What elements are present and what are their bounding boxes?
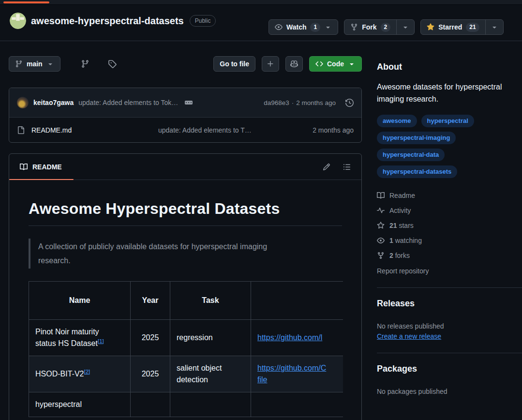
sidebar-item-readme[interactable]: Readme — [377, 192, 522, 199]
tags-link-icon[interactable] — [108, 60, 117, 68]
starred-button[interactable]: Starred 21 — [421, 20, 485, 34]
browser-tab-strip — [0, 0, 522, 5]
dataset-link-cell: https://github.com/l — [251, 320, 343, 356]
file-commit-time: 2 months ago — [313, 126, 354, 134]
book-icon — [20, 163, 28, 171]
sidebar-divider — [377, 287, 522, 288]
readme-title: Awesome Hyperspectral Datasets — [29, 200, 342, 226]
add-file-button[interactable] — [262, 56, 279, 72]
dataset-task-cell: salient object detection — [170, 356, 251, 392]
dataset-name-cell: hyperspectral — [29, 392, 131, 417]
datasets-table: Name Year Task Pinot Noir maturity statu… — [29, 281, 343, 417]
col-header-name: Name — [29, 282, 131, 320]
commit-author-link[interactable]: keitao7gawa — [33, 99, 74, 106]
table-row: HSOD-BIT-V2[2] 2025 salient object detec… — [29, 356, 343, 392]
file-commit-message-link[interactable]: update: Added elements to T… — [158, 126, 313, 134]
watching-label: watching — [395, 237, 422, 244]
chevron-down-icon — [46, 60, 54, 68]
file-name-link[interactable]: README.md — [31, 126, 72, 134]
dataset-year-cell: 2025 — [131, 320, 170, 356]
forks-label: forks — [395, 252, 410, 259]
branch-name: main — [27, 60, 43, 68]
commit-message-link[interactable]: update: Added elements to Tok… — [78, 99, 178, 106]
datasets-table-wrap: Name Year Task Pinot Noir maturity statu… — [29, 281, 343, 417]
activity-label: Activity — [389, 207, 411, 214]
table-row: Pinot Noir maturity status HS Dataset[1]… — [29, 320, 343, 356]
fork-dropdown-button[interactable] — [396, 20, 414, 34]
commit-author-avatar[interactable] — [17, 97, 29, 108]
chevron-down-icon — [402, 23, 409, 31]
star-icon — [427, 23, 434, 31]
about-heading: About — [377, 62, 522, 72]
repo-title-link[interactable]: awesome-hyperspectral-datasets — [31, 13, 184, 29]
repo-description: Awesome datasets for hyperspectral imagi… — [377, 81, 504, 105]
pulse-icon — [377, 207, 385, 214]
report-repository-link[interactable]: Report repository — [377, 267, 429, 275]
watch-button[interactable]: Watch 1 — [268, 19, 338, 35]
star-button-group: Starred 21 — [420, 19, 503, 35]
create-release-link[interactable]: Create a new release — [377, 332, 441, 340]
topic-pill[interactable]: hyperspectral-datasets — [377, 165, 457, 178]
commit-hash-link[interactable]: da968e3 — [264, 99, 289, 106]
forks-count: 2 — [389, 252, 393, 259]
visibility-badge: Public — [190, 15, 216, 27]
go-to-file-button[interactable]: Go to file — [213, 56, 255, 72]
eye-icon — [275, 23, 283, 31]
fork-icon — [350, 23, 358, 31]
reference-link[interactable]: [2] — [84, 369, 90, 375]
sidebar-item-forks[interactable]: 2 forks — [377, 252, 522, 259]
file-row: README.md update: Added elements to T… 2… — [9, 117, 361, 142]
copilot-button[interactable] — [285, 56, 303, 72]
star-dropdown-button[interactable] — [485, 20, 503, 34]
sidebar-item-watching[interactable]: 1 watching — [377, 237, 522, 244]
topic-pill[interactable]: hyperspectral-imaging — [377, 132, 456, 144]
active-tab-underline — [9, 179, 74, 180]
chevron-down-icon — [491, 23, 498, 31]
outline-button[interactable] — [343, 163, 351, 171]
fork-button-group: Fork 2 — [344, 19, 415, 35]
dataset-link-cell: https://github.com/Cfile — [251, 356, 343, 392]
releases-empty-text: No releases published — [377, 321, 522, 331]
code-button[interactable]: Code — [309, 56, 362, 72]
toolbar-right: Go to file Code — [213, 56, 362, 72]
watch-count: 1 — [310, 23, 320, 32]
edit-readme-button[interactable] — [323, 163, 330, 171]
code-icon — [315, 60, 323, 68]
history-icon — [345, 99, 354, 107]
fork-button[interactable]: Fork 2 — [344, 20, 396, 34]
reference-link[interactable]: [1] — [98, 338, 104, 344]
readme-tab-label: README — [32, 163, 62, 171]
plus-icon — [267, 60, 274, 68]
sidebar-item-activity[interactable]: Activity — [377, 207, 522, 214]
file-toolbar: main Go to file — [9, 56, 362, 72]
dataset-url-link[interactable]: https://github.com/l — [257, 332, 343, 344]
stars-count: 21 — [389, 222, 397, 229]
dataset-year-cell — [131, 392, 170, 417]
repo-avatar — [10, 13, 26, 29]
branch-selector-button[interactable]: main — [9, 56, 60, 72]
commit-meta-separator: · — [292, 99, 294, 106]
commit-expand-button[interactable] — [185, 99, 193, 106]
fork-icon — [377, 252, 385, 259]
topic-pill[interactable]: awesome — [377, 115, 417, 127]
releases-heading: Releases — [377, 299, 522, 309]
readme-quote: A collection of publicly available datas… — [29, 239, 342, 269]
history-button[interactable] — [345, 99, 354, 107]
topic-pill[interactable]: hyperspectral-data — [377, 149, 445, 161]
col-header-task: Task — [170, 282, 251, 320]
book-icon — [377, 192, 385, 199]
col-header-link — [251, 282, 343, 320]
commit-time: 2 months ago — [296, 99, 336, 106]
tab-readme[interactable]: README — [9, 154, 70, 180]
packages-empty-text: No packages published — [377, 387, 522, 397]
dataset-link-cell — [251, 392, 343, 417]
copilot-icon — [290, 60, 298, 68]
repo-meta-list: Readme Activity 21 stars 1 watching — [377, 192, 522, 259]
dataset-year-cell: 2025 — [131, 356, 170, 392]
watch-label: Watch — [286, 23, 306, 31]
branches-link-icon[interactable] — [81, 60, 89, 68]
topic-pill[interactable]: hyperspectral — [421, 115, 474, 127]
dataset-url-link[interactable]: https://github.com/Cfile — [257, 362, 343, 386]
sidebar-item-stars[interactable]: 21 stars — [377, 222, 522, 229]
page-content: main Go to file — [0, 56, 522, 420]
